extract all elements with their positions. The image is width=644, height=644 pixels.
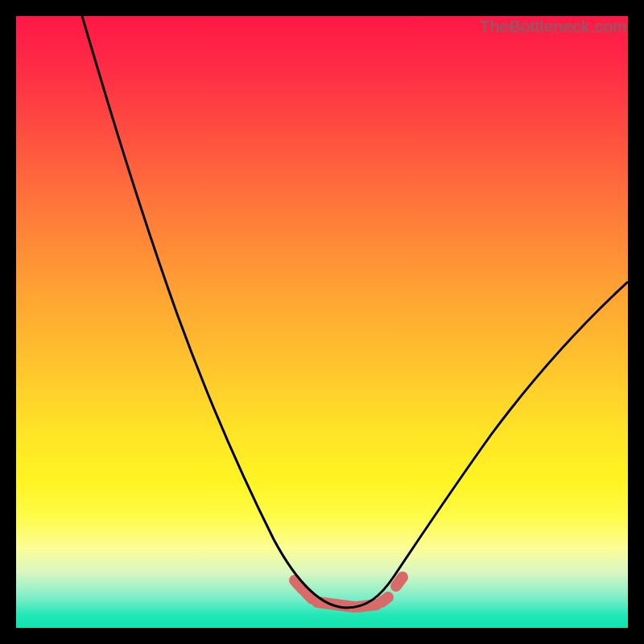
right-curve	[346, 282, 628, 608]
svg-line-4	[382, 597, 388, 602]
chart-svg	[16, 16, 628, 628]
svg-line-1	[306, 592, 312, 599]
left-curve	[82, 16, 346, 608]
watermark-text: TheBottleneck.com	[480, 17, 627, 36]
plot-area	[16, 16, 628, 628]
svg-line-5	[396, 577, 402, 586]
outer-frame: TheBottleneck.com	[0, 0, 644, 644]
